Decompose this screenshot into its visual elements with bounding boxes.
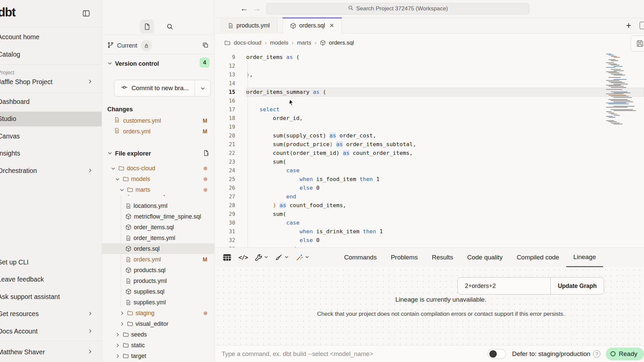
tree-item-docs-cloud[interactable]: docs-cloud xyxy=(102,163,215,174)
search-icon[interactable] xyxy=(163,19,177,34)
lock-icon xyxy=(141,40,152,51)
bottom-tab-results[interactable]: Results xyxy=(425,248,460,267)
code-editor[interactable]: 9order_items as (12 13),14 15order_items… xyxy=(215,52,644,247)
tree-item-visual_editor[interactable]: visual_editor xyxy=(102,318,215,329)
changed-file-orders.yml[interactable]: orders.ymlM xyxy=(102,126,215,137)
nav-item-user[interactable]: Matthew Shaver xyxy=(0,345,102,359)
defer-toggle[interactable] xyxy=(488,349,506,359)
chevron-down-icon xyxy=(115,177,120,182)
tree-item-target[interactable]: target xyxy=(102,351,215,361)
version-control-badge: 4 xyxy=(200,58,210,68)
bottom-tab-lineage[interactable]: Lineage xyxy=(566,248,603,267)
tree-item-locations.sql[interactable]: locations.sql xyxy=(102,195,215,200)
bottom-tab-compiled-code[interactable]: Compiled code xyxy=(509,248,566,267)
folder-icon xyxy=(123,353,129,359)
split-editor-icon[interactable] xyxy=(640,22,644,29)
update-graph-button[interactable]: Update Graph xyxy=(551,278,604,294)
tree-item-order_items.yml[interactable]: order_items.yml xyxy=(102,233,215,243)
save-button[interactable] xyxy=(631,36,644,52)
folder-icon xyxy=(127,187,133,193)
tree-item-order_items.sql[interactable]: order_items.sql xyxy=(102,222,215,233)
nav-item-insights[interactable]: Insights xyxy=(0,146,102,161)
branch-selector[interactable]: Current xyxy=(102,38,215,54)
tree-item-seeds[interactable]: seeds xyxy=(102,329,215,340)
breadcrumb-item[interactable]: docs-cloud xyxy=(234,40,261,46)
tree-item-supplies.yml[interactable]: supplies.yml xyxy=(102,297,215,308)
yml-file-icon xyxy=(125,278,131,284)
results-table-icon[interactable] xyxy=(222,253,232,262)
close-tab-icon[interactable]: ✕ xyxy=(329,22,334,29)
breadcrumb-item[interactable]: models xyxy=(270,40,288,46)
code-line-24: 24 case xyxy=(215,166,644,175)
nav-item-project[interactable]: Jaffle Shop Project xyxy=(0,74,102,89)
editor-tab-orders.sql[interactable]: orders.sql✕ xyxy=(282,18,342,34)
chevron-right-icon xyxy=(88,167,93,175)
bottom-tab-problems[interactable]: Problems xyxy=(384,248,425,267)
lineage-selector-input[interactable]: 2+orders+2 xyxy=(458,278,551,294)
new-tab-icon[interactable]: + xyxy=(626,20,631,31)
tree-item-models[interactable]: models xyxy=(102,174,215,184)
ai-wand-icon[interactable] xyxy=(296,254,309,261)
lineage-error-detail: Check that your project does not contain… xyxy=(215,311,644,317)
yml-file-icon xyxy=(114,128,120,135)
new-file-icon[interactable] xyxy=(203,150,209,158)
chevron-right-icon xyxy=(115,332,120,337)
copy-icon[interactable] xyxy=(202,42,209,50)
nav-item-get-resources[interactable]: Get resources xyxy=(0,307,102,321)
folder-icon xyxy=(127,321,133,327)
nav-item-set-up-cli[interactable]: Set up CLI xyxy=(0,255,102,269)
tree-item-supplies.sql[interactable]: supplies.sql xyxy=(102,286,215,297)
nav-item-dashboard[interactable]: Dashboard xyxy=(0,94,102,109)
commit-dropdown-button[interactable] xyxy=(195,80,210,96)
code-view-icon[interactable]: </> xyxy=(238,254,248,261)
modified-badge: M xyxy=(203,118,207,124)
editor-area: ← → Search Project 372475 (Workspace) + … xyxy=(215,0,644,362)
code-line-21: 21 sum(product_price) as order_items_sub… xyxy=(215,140,644,149)
chevron-right-icon xyxy=(119,311,125,316)
tree-item-marts[interactable]: marts xyxy=(102,184,215,195)
bottom-tab-commands[interactable]: Commands xyxy=(337,248,384,267)
version-control-header[interactable]: Version control xyxy=(107,60,159,67)
command-input[interactable]: Type a command, ex. dbt build --select <… xyxy=(222,350,488,358)
tree-item-products.yml[interactable]: products.yml xyxy=(102,276,215,286)
code-minimap[interactable] xyxy=(606,54,638,132)
yml-file-icon xyxy=(125,300,131,305)
nav-item-account-home[interactable]: Account home xyxy=(0,29,102,44)
file-explorer-header[interactable]: File explorer xyxy=(107,150,209,157)
format-broom-icon[interactable] xyxy=(275,254,289,261)
tree-item-staging[interactable]: staging xyxy=(102,308,215,318)
changed-file-customers.yml[interactable]: customers.ymlM xyxy=(102,115,215,126)
bottom-tab-list: CommandsProblemsResultsCode qualityCompi… xyxy=(337,248,603,267)
nav-item-ask-support-assistant[interactable]: Ask support assistant xyxy=(0,289,102,304)
code-line-33: 33 end xyxy=(215,245,644,247)
help-icon[interactable]: ? xyxy=(593,350,600,358)
tree-item-products.sql[interactable]: products.sql xyxy=(102,265,215,276)
tree-item-static[interactable]: static xyxy=(102,340,215,351)
code-line-25: 25 when is_food_item then 1 xyxy=(215,175,644,184)
tree-item-orders.sql[interactable]: orders.sql xyxy=(102,243,215,254)
tree-item-locations.yml[interactable]: locations.yml xyxy=(102,200,215,211)
back-arrow-icon[interactable]: ← xyxy=(240,4,248,13)
nav-item-catalog[interactable]: Catalog xyxy=(0,47,102,62)
forward-arrow-icon[interactable]: → xyxy=(253,4,261,13)
commit-button[interactable]: Commit to new bra... xyxy=(114,80,195,96)
breadcrumb-file[interactable]: orders.sql xyxy=(329,40,354,46)
breadcrumb-item[interactable]: marts xyxy=(297,40,311,46)
build-tools-icon[interactable] xyxy=(255,254,268,261)
bottom-tab-code-quality[interactable]: Code quality xyxy=(460,248,510,267)
nav-item-leave-feedback[interactable]: Leave feedback xyxy=(0,272,102,287)
nav-item-canvas[interactable]: Canvas xyxy=(0,129,102,143)
project-search-input[interactable]: Search Project 372475 (Workspace) xyxy=(266,3,529,14)
nav-item-docs-account[interactable]: Docs Account xyxy=(0,324,102,339)
tree-item-orders.yml[interactable]: orders.ymlM xyxy=(102,254,215,265)
panel-toolbar xyxy=(102,19,215,34)
file-icon[interactable] xyxy=(140,19,154,34)
collapse-sidebar-icon[interactable] xyxy=(82,9,90,17)
editor-tab-products.yml[interactable]: products.yml xyxy=(220,18,277,34)
nav-item-studio[interactable]: Studio xyxy=(0,112,102,126)
defer-label: Defer to: staging/production xyxy=(512,350,590,358)
tree-item-metricflow_time_spine.sql[interactable]: metricflow_time_spine.sql xyxy=(102,211,215,222)
code-line-19: 19 xyxy=(215,123,644,131)
model-cube-icon xyxy=(320,40,326,46)
nav-item-orchestration[interactable]: Orchestration xyxy=(0,163,102,178)
